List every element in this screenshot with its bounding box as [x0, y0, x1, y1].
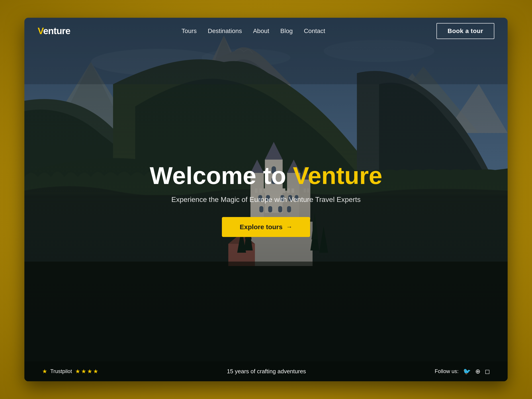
instagram-icon[interactable]: ◻: [485, 368, 490, 375]
trustpilot-section: ★ Trustpilot ★ ★ ★ ★: [42, 368, 98, 375]
trustpilot-stars: ★ ★ ★ ★: [75, 368, 98, 375]
navbar: Venture Tours Destinations About Blog: [24, 18, 508, 44]
nav-item-blog[interactable]: Blog: [280, 27, 293, 35]
nav-item-tours[interactable]: Tours: [182, 27, 197, 35]
follow-us-label: Follow us:: [435, 368, 459, 374]
hero-section: Venture Tours Destinations About Blog: [24, 18, 508, 381]
star-1: ★: [75, 368, 80, 375]
page-background: Venture Tours Destinations About Blog: [0, 0, 532, 399]
arrow-icon: →: [286, 223, 292, 231]
hero-content: Welcome to Venture Experience the Magic …: [133, 162, 399, 237]
nav-item-contact[interactable]: Contact: [304, 27, 325, 35]
twitter-icon[interactable]: 🐦: [463, 368, 471, 375]
nav-item-destinations[interactable]: Destinations: [208, 27, 242, 35]
explore-button-label: Explore tours: [240, 223, 282, 231]
nav-links: Tours Destinations About Blog Contact: [182, 27, 325, 35]
logo[interactable]: Venture: [38, 26, 70, 36]
nav-link-blog[interactable]: Blog: [280, 27, 293, 34]
nav-item-about[interactable]: About: [253, 27, 269, 35]
star-4: ★: [93, 368, 98, 375]
nav-link-contact[interactable]: Contact: [304, 27, 325, 34]
facebook-icon[interactable]: ⊕: [475, 368, 480, 375]
trustpilot-star-icon: ★: [42, 368, 47, 375]
trustpilot-label: Trustpilot: [50, 368, 72, 374]
logo-text: enture: [43, 26, 70, 36]
nav-link-about[interactable]: About: [253, 27, 269, 34]
footer-bar: ★ Trustpilot ★ ★ ★ ★ 15 years of craftin…: [24, 361, 508, 381]
explore-tours-button[interactable]: Explore tours →: [222, 217, 310, 237]
nav-link-tours[interactable]: Tours: [182, 27, 197, 34]
hero-subtitle: Experience the Magic of Europe with Vent…: [133, 196, 399, 204]
social-links: Follow us: 🐦 ⊕ ◻: [435, 368, 490, 375]
star-2: ★: [81, 368, 86, 375]
nav-link-destinations[interactable]: Destinations: [208, 27, 242, 34]
browser-window: Venture Tours Destinations About Blog: [24, 18, 508, 381]
book-tour-button[interactable]: Book a tour: [437, 23, 494, 39]
hero-title: Welcome to Venture: [133, 162, 399, 189]
hero-title-text: Welcome to: [150, 162, 293, 189]
star-3: ★: [87, 368, 92, 375]
logo-v-letter: V: [38, 26, 43, 36]
years-text: 15 years of crafting adventures: [227, 368, 306, 375]
hero-title-accent: Venture: [293, 162, 382, 189]
